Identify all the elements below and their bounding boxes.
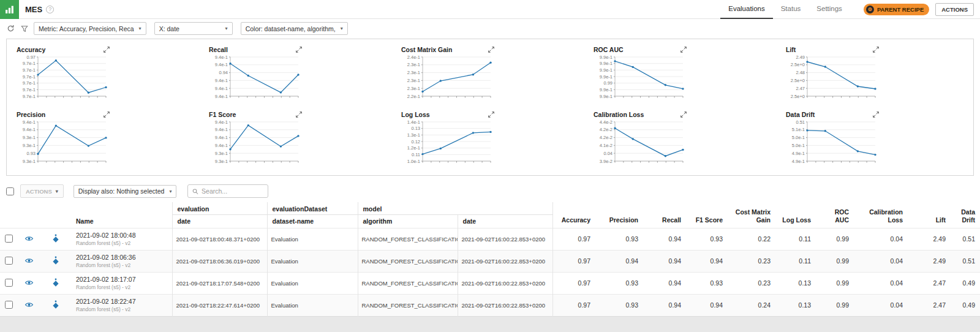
cell-f1-score: 0.93 [686, 272, 728, 294]
expand-chart-icon[interactable] [680, 47, 687, 53]
cell-calibration-loss: 0.04 [854, 272, 908, 294]
chart-title: Precision [17, 111, 45, 118]
info-icon[interactable]: ? [46, 6, 54, 13]
col-evaluation-date[interactable]: date [172, 214, 267, 228]
tab-status[interactable]: Status [773, 0, 809, 19]
evaluation-name[interactable]: 2021-09-02 18:00:48 [76, 232, 167, 239]
header-actions-button[interactable]: ACTIONS [935, 3, 974, 16]
svg-text:9.9e-1: 9.9e-1 [600, 87, 612, 92]
expand-chart-icon[interactable] [488, 111, 494, 118]
evaluation-name[interactable]: 2021-09-02 18:17:07 [76, 276, 167, 283]
mini-line-chart: 4.4e-24.2e-24.2e-24.1e-20.043.9e-2 [594, 119, 687, 168]
mini-line-chart: 9.4e-19.4e-19.3e-19.3e-10.939.3e-1 [17, 119, 110, 168]
metric-select[interactable]: Metric: Accuracy, Precision, Reca ▾ [34, 22, 146, 35]
parent-recipe-button[interactable]: ⚙ PARENT RECIPE [864, 4, 929, 15]
svg-text:1.2e-1: 1.2e-1 [407, 145, 420, 151]
filter-funnel-icon[interactable] [20, 24, 29, 34]
expand-chart-icon[interactable] [104, 111, 110, 118]
cell-recall: 0.94 [643, 272, 686, 294]
saved-model-icon[interactable] [52, 234, 59, 243]
svg-text:9.4e-1: 9.4e-1 [215, 78, 228, 83]
chart-precision: Precision9.4e-19.4e-19.3e-19.3e-10.939.3… [9, 109, 202, 168]
cell-data-drift: 0.51 [951, 228, 980, 250]
cell-algorithm: RANDOM_FOREST_CLASSIFICATION [358, 294, 458, 316]
display-also-select[interactable]: Display also: Nothing selected ▾ [74, 185, 177, 198]
saved-model-icon[interactable] [52, 300, 59, 309]
mini-line-chart: 1.4e-10.131.3e-10.121.2e-10.111.0e-1 [401, 119, 494, 168]
chart-title: Lift [786, 46, 796, 53]
cell-log-loss: 0.11 [775, 250, 816, 272]
cell-evaluation-date: 2021-09-02T18:22:47.614+0200 [172, 294, 267, 316]
expand-chart-icon[interactable] [104, 47, 110, 53]
saved-model-icon[interactable] [52, 278, 59, 287]
row-checkbox[interactable] [5, 257, 13, 265]
tab-evaluations[interactable]: Evaluations [720, 0, 772, 19]
svg-text:9.4e-1: 9.4e-1 [215, 86, 228, 91]
select-all-checkbox[interactable] [6, 187, 14, 195]
cell-lift: 2.49 [908, 250, 951, 272]
svg-text:0.12: 0.12 [411, 139, 420, 145]
cell-algorithm: RANDOM_FOREST_CLASSIFICATION [358, 250, 458, 272]
col-f1-score[interactable]: F1 Score [686, 202, 728, 228]
col-cost-matrix-gain[interactable]: Cost Matrix Gain [728, 202, 775, 228]
x-axis-select-value: X: date [159, 25, 179, 32]
chart-title: Log Loss [401, 111, 430, 118]
col-precision[interactable]: Precision [595, 202, 643, 228]
col-algorithm[interactable]: algorithm [358, 214, 458, 228]
cell-dataset-name: Evaluation [267, 228, 358, 250]
color-select[interactable]: Color: dataset-name, algorithm, ▾ [241, 22, 348, 35]
expand-chart-icon[interactable] [296, 111, 302, 118]
refresh-icon[interactable] [6, 24, 15, 34]
evaluation-name[interactable]: 2021-09-02 18:22:47 [76, 298, 167, 305]
col-calibration-loss[interactable]: Calibration Loss [854, 202, 908, 228]
search-icon [192, 188, 198, 195]
col-dataset-name[interactable]: dataset-name [267, 214, 358, 228]
tab-settings[interactable]: Settings [809, 0, 850, 19]
expand-chart-icon[interactable] [873, 47, 879, 53]
svg-text:0.13: 0.13 [411, 126, 420, 131]
saved-model-icon[interactable] [52, 256, 59, 265]
cell-algorithm: RANDOM_FOREST_CLASSIFICATION [358, 228, 458, 250]
expand-chart-icon[interactable] [296, 47, 302, 53]
col-name[interactable]: Name [71, 214, 172, 228]
col-roc-auc[interactable]: ROC AUC [816, 202, 854, 228]
table-toolbar: ACTIONS ▾ Display also: Nothing selected… [0, 181, 980, 202]
expand-chart-icon[interactable] [680, 111, 687, 118]
cell-cost-matrix-gain: 0.22 [728, 228, 775, 250]
row-checkbox[interactable] [5, 235, 13, 243]
table-actions-button[interactable]: ACTIONS ▾ [20, 184, 64, 198]
mini-line-chart: 0.979.7e-19.7e-19.7e-19.7e-19.7e-19.7e-1 [17, 54, 110, 103]
evaluation-name[interactable]: 2021-09-02 18:06:36 [76, 254, 167, 261]
svg-text:0.97: 0.97 [26, 55, 36, 60]
col-recall[interactable]: Recall [643, 202, 686, 228]
preview-eye-icon[interactable] [24, 257, 34, 264]
col-log-loss[interactable]: Log Loss [775, 202, 816, 228]
preview-eye-icon[interactable] [24, 279, 34, 286]
group-evaluation: evaluation [172, 202, 267, 214]
svg-text:5.1e-1: 5.1e-1 [792, 127, 805, 132]
col-lift[interactable]: Lift [908, 202, 951, 228]
cell-cost-matrix-gain: 0.24 [728, 294, 775, 316]
svg-text:4.9e-1: 4.9e-1 [792, 159, 805, 164]
x-axis-select[interactable]: X: date ▾ [154, 22, 233, 35]
cell-log-loss: 0.13 [775, 272, 816, 294]
cell-precision: 0.93 [595, 294, 643, 316]
search-input[interactable] [202, 187, 263, 195]
preview-eye-icon[interactable] [24, 235, 34, 242]
row-checkbox[interactable] [5, 279, 13, 287]
col-data-drift[interactable]: Data Drift [951, 202, 980, 228]
svg-text:4.2e-2: 4.2e-2 [600, 135, 612, 140]
chart-title: F1 Score [209, 111, 236, 118]
chart-accuracy: Accuracy0.979.7e-19.7e-19.7e-19.7e-19.7e… [9, 44, 202, 103]
chevron-down-icon: ▾ [341, 26, 343, 31]
svg-text:9.7e-1: 9.7e-1 [23, 80, 36, 86]
evaluation-model-version: Random forest (s5) - v2 [76, 262, 167, 268]
chart-roc-auc: ROC AUC9.9e-19.9e-19.9e-19.9e-10.999.9e-… [586, 44, 778, 103]
col-model-date[interactable]: date [458, 214, 552, 228]
expand-chart-icon[interactable] [873, 111, 879, 118]
preview-eye-icon[interactable] [24, 301, 34, 308]
col-accuracy[interactable]: Accuracy [552, 202, 595, 228]
row-checkbox[interactable] [5, 301, 13, 309]
mes-logo[interactable] [0, 0, 19, 19]
expand-chart-icon[interactable] [488, 47, 494, 53]
